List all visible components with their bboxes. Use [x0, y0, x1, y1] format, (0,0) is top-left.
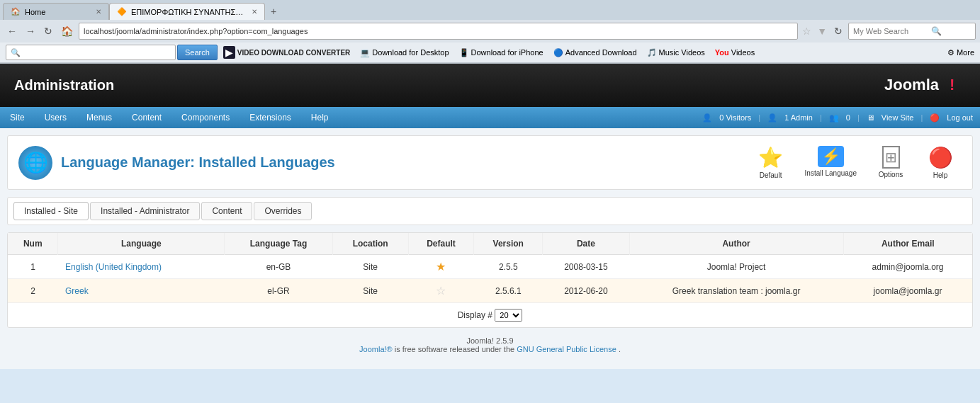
nav-sep1: |	[758, 113, 760, 122]
admin-header: Administration Joomla !	[0, 64, 980, 107]
bookmark-videos[interactable]: You Videos	[711, 47, 759, 58]
tab-installed-site[interactable]: Installed - Site	[13, 202, 89, 220]
bookmark-desktop[interactable]: 💻 Download for Desktop	[356, 47, 453, 59]
row2-star[interactable]: ☆	[436, 285, 446, 297]
address-bar[interactable]: localhost/joomla/administrator/index.php…	[79, 23, 798, 40]
search-box[interactable]: My Web Search 🔍	[848, 23, 976, 40]
desktop-icon: 💻	[360, 48, 370, 57]
toolbar-options[interactable]: ⊞ Options	[869, 143, 912, 182]
bookmark-star[interactable]: ☆	[801, 25, 813, 37]
more-label: More	[957, 48, 974, 57]
row1-tag: en-GB	[225, 255, 333, 279]
install-label: Install Language	[805, 169, 857, 177]
row1-email: admin@joomla.org	[843, 255, 972, 279]
default-icon: ⭐	[758, 146, 783, 169]
row1-language-link[interactable]: English (United Kingdom)	[65, 262, 162, 272]
options-label: Options	[879, 171, 903, 178]
home-button[interactable]: 🏠	[58, 24, 76, 38]
row1-version: 2.5.5	[474, 255, 543, 279]
new-tab-button[interactable]: +	[265, 3, 282, 20]
table-row: 2 Greek el-GR Site ☆ 2.5.6.1 2012-06-20 …	[8, 279, 972, 303]
search-go-button[interactable]: 🔍	[931, 26, 942, 36]
bookmark-advanced[interactable]: 🔵 Advanced Download	[549, 47, 641, 59]
nav-sep4: |	[920, 113, 923, 122]
back-button[interactable]: ←	[4, 24, 20, 38]
tab-content[interactable]: Content	[201, 202, 252, 220]
tab-home-close[interactable]: ✕	[96, 8, 101, 16]
content-title-area: 🌐 Language Manager: Installed Languages	[18, 146, 335, 180]
tabs-row: Installed - Site Installed - Administrat…	[7, 197, 973, 225]
bookmark-iphone[interactable]: 📱 Download for iPhone	[455, 47, 548, 59]
row2-default: ☆	[408, 279, 474, 303]
col-version: Version	[474, 233, 543, 255]
admin-nav-left: Site Users Menus Content Components Exte…	[0, 107, 339, 128]
visitors-link[interactable]: 0 Visitors	[719, 113, 751, 122]
advanced-icon: 🔵	[553, 48, 563, 57]
bookmark-music[interactable]: 🎵 Music Videos	[643, 47, 709, 59]
reload-button[interactable]: ↻	[41, 24, 55, 38]
row1-star[interactable]: ★	[436, 261, 446, 273]
joomla-logo: Joomla !	[881, 71, 966, 100]
col-location: Location	[332, 233, 408, 255]
view-site-link[interactable]: View Site	[882, 113, 914, 122]
nav-menus[interactable]: Menus	[77, 107, 122, 128]
search-input[interactable]	[853, 27, 931, 35]
footer-joomla-link[interactable]: Joomla!®	[359, 345, 393, 353]
row2-num: 2	[8, 279, 58, 303]
view-site-icon: 🖥	[867, 113, 874, 122]
logout-icon: 🔴	[930, 113, 940, 123]
address-bar-row: ← → ↻ 🏠 localhost/joomla/administrator/i…	[0, 20, 980, 42]
row1-date: 2008-03-15	[543, 255, 629, 279]
svg-text:!: !	[950, 76, 954, 93]
toolbar-install[interactable]: ⚡ Install Language	[799, 143, 862, 182]
nav-content[interactable]: Content	[122, 107, 171, 128]
footer-line: Joomla!® is free software released under…	[16, 345, 964, 353]
footer-end: .	[619, 345, 621, 353]
row2-language: Greek	[58, 279, 225, 303]
languages-table: Num Language Language Tag Location Defau…	[8, 233, 972, 303]
quick-search-bar[interactable]: 🔍	[6, 45, 176, 60]
display-select[interactable]: 20 25 50	[495, 309, 522, 322]
bookmark-video-converter[interactable]: ▶ VIDEO DOWNLOAD CONVERTER	[219, 45, 354, 60]
tab-joomla-close[interactable]: ✕	[252, 8, 257, 16]
row2-date: 2012-06-20	[543, 279, 629, 303]
nav-extensions[interactable]: Extensions	[240, 107, 301, 128]
toolbar-help[interactable]: 🔴 Help	[919, 143, 962, 182]
logout-link[interactable]: Log out	[947, 113, 973, 122]
address-text: localhost/joomla/administrator/index.php…	[84, 27, 308, 35]
display-row: Display # 20 25 50	[8, 303, 972, 327]
bookmarks-bar: 🔍 Search ▶ VIDEO DOWNLOAD CONVERTER 💻 Do…	[0, 42, 980, 63]
nav-users[interactable]: Users	[35, 107, 77, 128]
quick-search-icon: 🔍	[11, 48, 21, 57]
settings-icon: ⚙	[947, 48, 954, 57]
help-icon: 🔴	[928, 146, 953, 169]
admin-link[interactable]: 1 Admin	[784, 113, 813, 122]
row1-author: Joomla! Project	[629, 255, 843, 279]
row2-language-link[interactable]: Greek	[65, 286, 89, 296]
nav-components[interactable]: Components	[171, 107, 240, 128]
iphone-icon: 📱	[459, 48, 469, 57]
nav-site[interactable]: Site	[0, 107, 35, 128]
forward-button[interactable]: →	[23, 24, 38, 38]
footer-license-link[interactable]: GNU General Public License	[517, 345, 616, 353]
tab-installed-admin[interactable]: Installed - Administrator	[90, 202, 200, 220]
tab-joomla-favicon: 🔶	[117, 7, 127, 16]
video-converter-icon: ▶	[223, 46, 235, 59]
tab-overrides[interactable]: Overrides	[254, 202, 312, 220]
tab-joomla[interactable]: 🔶 ΕΠΙΜΟΡΦΩΤΙΚΗ ΣΥΝΑΝΤΗΣΗ - Ad... ✕	[109, 3, 265, 20]
bookmark-star2[interactable]: ▼	[816, 25, 828, 37]
tab-home[interactable]: 🏠 Home ✕	[3, 3, 109, 20]
refresh-button[interactable]: ↻	[831, 24, 845, 38]
toolbar-default[interactable]: ⭐ Default	[750, 143, 792, 182]
admin-title: Administration	[14, 77, 114, 93]
bookmarks-more[interactable]: ⚙ More	[947, 48, 974, 57]
table-header-row: Num Language Language Tag Location Defau…	[8, 233, 972, 255]
help-label: Help	[933, 171, 948, 179]
quick-search-input[interactable]	[23, 48, 171, 57]
admin-icon: 👤	[767, 113, 777, 123]
joomla-logo-svg: Joomla !	[881, 71, 966, 96]
search-button[interactable]: Search	[177, 45, 218, 60]
display-label: Display #	[458, 310, 492, 320]
nav-help[interactable]: Help	[301, 107, 339, 128]
col-email: Author Email	[843, 233, 972, 255]
